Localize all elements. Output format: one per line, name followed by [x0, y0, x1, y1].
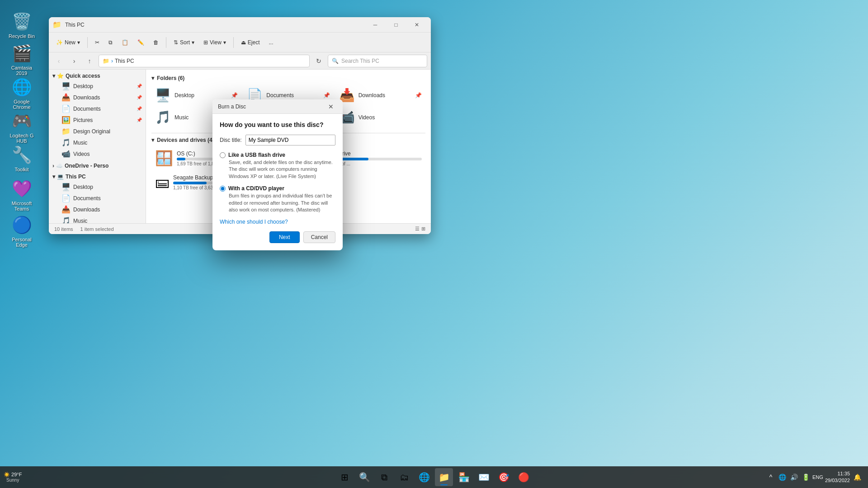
disc-title-input[interactable] [245, 135, 335, 145]
dialog-close-button[interactable]: ✕ [325, 100, 337, 113]
cancel-button[interactable]: Cancel [303, 231, 335, 243]
disc-title-row: Disc title: [220, 135, 335, 145]
dvd-radio[interactable] [220, 186, 226, 192]
disc-title-label: Disc title: [220, 137, 242, 143]
dialog-question: How do you want to use this disc? [220, 121, 335, 128]
option-usb: Like a USB flash drive Save, edit, and d… [220, 152, 335, 180]
usb-option-desc: Save, edit, and delete files on the disc… [229, 159, 335, 180]
dialog-body: How do you want to use this disc? Disc t… [212, 114, 343, 250]
dialog-titlebar: Burn a Disc ✕ [212, 99, 343, 114]
burn-disc-dialog: Burn a Disc ✕ How do you want to use thi… [212, 99, 343, 250]
dvd-option-label[interactable]: With a CD/DVD player [220, 185, 335, 192]
option-dvd: With a CD/DVD player Burn files in group… [220, 185, 335, 213]
dialog-title: Burn a Disc [218, 103, 325, 110]
next-button[interactable]: Next [269, 231, 300, 243]
usb-radio[interactable] [220, 152, 226, 158]
usb-option-label[interactable]: Like a USB flash drive [220, 152, 335, 158]
help-link[interactable]: Which one should I choose? [220, 219, 335, 225]
dvd-option-desc: Burn files in groups and individual file… [229, 192, 335, 213]
dialog-overlay: Burn a Disc ✕ How do you want to use thi… [0, 0, 868, 488]
dialog-buttons: Next Cancel [220, 231, 335, 243]
